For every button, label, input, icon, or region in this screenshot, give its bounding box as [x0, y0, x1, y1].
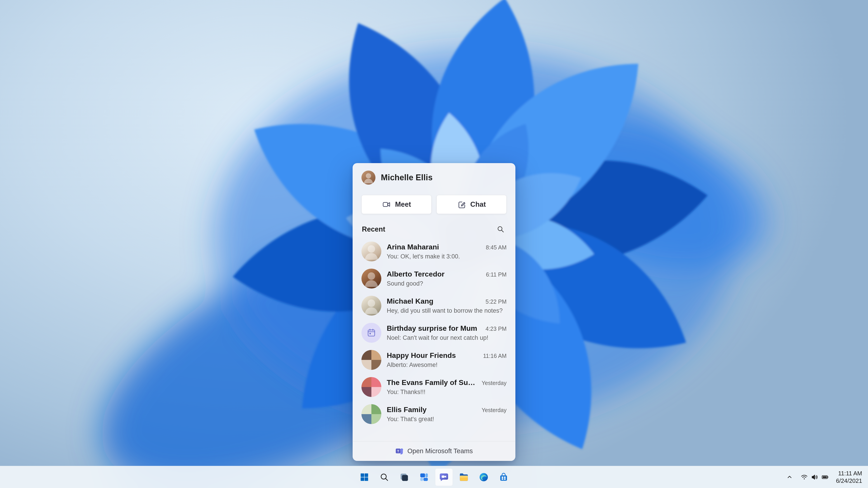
contact-name: Arina Maharani	[387, 243, 439, 251]
group-avatar	[362, 350, 381, 370]
group-avatar	[362, 404, 381, 424]
calendar-avatar-icon	[362, 323, 381, 343]
edge-icon	[479, 472, 489, 482]
message-time: 4:23 PM	[486, 326, 506, 332]
recent-header: Recent	[353, 214, 515, 237]
chat-button[interactable]: Chat	[436, 195, 506, 214]
volume-icon	[811, 474, 818, 481]
widgets-button[interactable]	[415, 468, 433, 486]
message-preview: Sound good?	[387, 280, 506, 287]
user-name: Michelle Ellis	[381, 173, 433, 182]
contact-name: Ellis Family	[387, 405, 427, 414]
task-view-icon	[399, 473, 409, 482]
system-tray: 11:11 AM 6/24/2021	[783, 466, 865, 488]
search-taskbar-button[interactable]	[375, 468, 393, 486]
conversation-row[interactable]: Happy Hour Friends 11:16 AM Alberto: Awe…	[353, 346, 515, 373]
chat-bubble-icon	[439, 472, 449, 482]
chat-button-label: Chat	[470, 200, 486, 208]
contact-avatar	[362, 241, 381, 261]
message-time: 6:11 PM	[486, 271, 506, 278]
chevron-up-icon	[786, 474, 793, 481]
conversation-row[interactable]: Alberto Tercedor 6:11 PM Sound good?	[353, 265, 515, 292]
conversation-row[interactable]: Michael Kang 5:22 PM Hey, did you still …	[353, 292, 515, 319]
svg-text:T: T	[397, 449, 399, 453]
message-time: 5:22 PM	[486, 298, 506, 305]
recent-label: Recent	[362, 225, 385, 233]
contact-name: Happy Hour Friends	[387, 351, 456, 360]
microsoft-store-button[interactable]	[495, 468, 513, 486]
open-teams-label: Open Microsoft Teams	[407, 447, 473, 455]
taskbar: 11:11 AM 6/24/2021	[0, 466, 868, 488]
taskbar-center-icons	[355, 466, 513, 488]
message-preview: Hey, did you still want to borrow the no…	[387, 307, 506, 314]
message-preview: Noel: Can't wait for our next catch up!	[387, 334, 506, 341]
teams-chat-button[interactable]	[435, 468, 453, 486]
flyout-header: Michelle Ellis	[353, 163, 515, 189]
contact-name: Birthday surprise for Mum	[387, 324, 477, 332]
message-preview: You: Thanks!!!	[387, 389, 506, 396]
wifi-icon	[801, 474, 808, 481]
clock-date: 6/24/2021	[836, 477, 862, 485]
group-avatar	[362, 377, 381, 397]
conversation-row[interactable]: Ellis Family Yesterday You: That's great…	[353, 400, 515, 428]
folder-icon	[459, 472, 469, 482]
message-preview: Alberto: Awesome!	[387, 361, 506, 368]
teams-chat-flyout: Michelle Ellis Meet Chat Recent	[352, 163, 515, 461]
meet-button[interactable]: Meet	[362, 195, 432, 214]
task-view-button[interactable]	[395, 468, 413, 486]
compose-icon	[457, 200, 466, 209]
message-time: 8:45 AM	[486, 244, 506, 251]
teams-logo-icon: T	[395, 447, 404, 455]
contact-avatar	[362, 296, 381, 316]
start-button[interactable]	[355, 468, 373, 486]
message-time: 11:16 AM	[483, 353, 506, 359]
clock[interactable]: 11:11 AM 6/24/2021	[833, 468, 865, 486]
conversation-list: Arina Maharani 8:45 AM You: OK, let's ma…	[353, 237, 515, 441]
store-bag-icon	[499, 473, 508, 482]
battery-icon	[822, 474, 829, 481]
edge-browser-button[interactable]	[475, 468, 493, 486]
meet-button-label: Meet	[395, 200, 411, 208]
message-preview: You: OK, let's make it 3:00.	[387, 253, 506, 260]
message-time: Yesterday	[482, 380, 506, 386]
search-icon[interactable]	[495, 224, 506, 235]
tray-overflow-button[interactable]	[783, 468, 796, 486]
message-time: Yesterday	[482, 407, 506, 414]
message-preview: You: That's great!	[387, 416, 506, 423]
file-explorer-button[interactable]	[455, 468, 473, 486]
conversation-row[interactable]: Arina Maharani 8:45 AM You: OK, let's ma…	[353, 238, 515, 265]
windows-logo-icon	[360, 472, 369, 482]
contact-name: Alberto Tercedor	[387, 270, 444, 278]
contact-name: The Evans Family of Supers	[387, 379, 478, 387]
open-teams-link[interactable]: T Open Microsoft Teams	[353, 441, 515, 461]
contact-name: Michael Kang	[387, 297, 433, 305]
action-buttons: Meet Chat	[353, 189, 515, 214]
user-avatar[interactable]	[362, 170, 375, 185]
clock-time: 11:11 AM	[836, 470, 862, 477]
conversation-row[interactable]: Birthday surprise for Mum 4:23 PM Noel: …	[353, 319, 515, 346]
quick-settings-button[interactable]	[798, 468, 832, 486]
widgets-icon	[419, 473, 429, 482]
conversation-row[interactable]: The Evans Family of Supers Yesterday You…	[353, 373, 515, 400]
search-icon	[379, 473, 389, 482]
contact-avatar	[362, 269, 381, 289]
video-camera-icon	[382, 200, 391, 209]
